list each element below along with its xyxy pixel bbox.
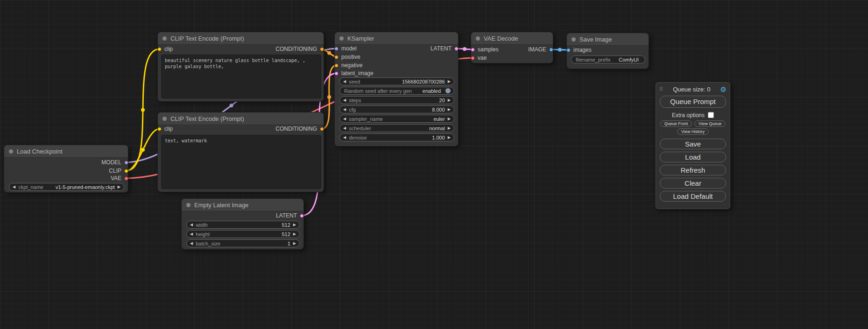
load-button[interactable]: Load	[660, 152, 726, 162]
settings-gear-icon[interactable]: ⚙	[720, 86, 727, 93]
wire-midpoint-dot	[141, 108, 145, 112]
arrow-left-icon[interactable]: ◀	[190, 232, 193, 236]
arrow-left-icon[interactable]: ◀	[343, 117, 346, 121]
wire-midpoint-dot	[463, 47, 466, 51]
scheduler-widget[interactable]: ◀ scheduler normal ▶	[339, 124, 454, 132]
vae-input-dot[interactable]	[471, 56, 475, 60]
collapse-dot-icon[interactable]	[476, 36, 480, 41]
clip-text-encode-negative-node[interactable]: CLIP Text Encode (Prompt) clip CONDITION…	[157, 112, 324, 192]
negative-input-dot[interactable]	[334, 63, 339, 68]
node-title-bar[interactable]: CLIP Text Encode (Prompt)	[158, 112, 324, 125]
random-seed-toggle-widget[interactable]: Random seed after every gen enabled	[339, 87, 454, 95]
node-title: Load Checkpoint	[17, 148, 63, 155]
filename-prefix-widget[interactable]: filename_prefix ComfyUI	[571, 56, 645, 63]
arrow-right-icon[interactable]: ▶	[448, 136, 451, 140]
collapse-dot-icon[interactable]	[339, 36, 344, 41]
batch-size-widget[interactable]: ◀ batch_size 1 ▶	[186, 239, 300, 247]
arrow-left-icon[interactable]: ◀	[343, 98, 346, 102]
load-checkpoint-node[interactable]: Load Checkpoint MODEL CLIP VAE ◀ ckpt_na…	[4, 145, 128, 193]
steps-widget[interactable]: ◀ steps 20 ▶	[339, 96, 454, 104]
load-default-button[interactable]: Load Default	[660, 191, 726, 202]
conditioning-output-dot[interactable]	[320, 47, 324, 51]
widget-label: ckpt_name	[18, 184, 43, 190]
clip-output-dot[interactable]	[124, 169, 128, 173]
arrow-left-icon[interactable]: ◀	[190, 223, 193, 227]
cfg-widget[interactable]: ◀ cfg 8.000 ▶	[339, 105, 454, 113]
arrow-left-icon[interactable]: ◀	[343, 126, 346, 130]
width-widget[interactable]: ◀ width 512 ▶	[186, 221, 300, 229]
wire-midpoint-dot	[141, 148, 145, 152]
latent-image-input-dot[interactable]	[334, 71, 339, 76]
refresh-button[interactable]: Refresh	[660, 165, 726, 175]
latent-output-dot[interactable]	[300, 214, 304, 218]
node-title-bar[interactable]: Load Checkpoint	[4, 145, 128, 158]
clip-input-dot[interactable]	[157, 47, 162, 51]
vae-decode-node[interactable]: VAE Decode samples vae IMAGE	[471, 32, 553, 63]
extra-options-checkbox[interactable]	[708, 112, 714, 118]
vae-output-dot[interactable]	[124, 176, 128, 181]
arrow-right-icon[interactable]: ▶	[293, 232, 296, 236]
collapse-dot-icon[interactable]	[572, 37, 576, 42]
arrow-right-icon[interactable]: ▶	[448, 126, 451, 130]
ksampler-node[interactable]: KSampler model positive negative latent_…	[334, 32, 459, 147]
height-widget[interactable]: ◀ height 512 ▶	[186, 230, 300, 238]
images-input-dot[interactable]	[566, 48, 571, 52]
arrow-right-icon[interactable]: ▶	[293, 242, 296, 245]
drag-handle-icon[interactable]: ⠿	[659, 86, 663, 92]
queue-front-button[interactable]: Queue Front	[660, 120, 692, 127]
arrow-right-icon[interactable]: ▶	[448, 108, 451, 112]
sampler-name-widget[interactable]: ◀ sampler_name euler ▶	[339, 115, 454, 123]
collapse-dot-icon[interactable]	[186, 203, 191, 207]
view-queue-button[interactable]: View Queue	[694, 120, 726, 127]
collapse-dot-icon[interactable]	[162, 36, 167, 41]
widget-value: 1	[288, 241, 290, 246]
vae-input-label: vae	[478, 55, 487, 61]
positive-input-dot[interactable]	[334, 55, 339, 59]
widget-value: v1-5-pruned-emaonly.ckpt	[56, 184, 115, 190]
model-input-dot[interactable]	[334, 47, 339, 51]
clip-text-encode-positive-node[interactable]: CLIP Text Encode (Prompt) clip CONDITION…	[157, 32, 324, 102]
latent-image-input-label: latent_image	[341, 70, 374, 77]
queue-prompt-button[interactable]: Queue Prompt	[660, 96, 726, 108]
empty-latent-image-node[interactable]: Empty Latent Image LATENT ◀ width 512 ▶ …	[181, 198, 304, 250]
conditioning-output-dot[interactable]	[320, 127, 324, 131]
clear-button[interactable]: Clear	[660, 178, 726, 189]
collapse-dot-icon[interactable]	[162, 117, 167, 121]
arrow-left-icon[interactable]: ◀	[343, 136, 346, 140]
ckpt-name-widget[interactable]: ◀ ckpt_name v1-5-pruned-emaonly.ckpt ▶	[9, 183, 124, 191]
view-history-button[interactable]: View History	[677, 128, 709, 135]
clip-input-dot[interactable]	[157, 127, 162, 131]
arrow-right-icon[interactable]: ▶	[448, 98, 451, 102]
positive-prompt-textarea[interactable]: beautiful scenery nature glass bottle la…	[161, 55, 321, 98]
image-output-dot[interactable]	[549, 48, 553, 52]
model-output-dot[interactable]	[124, 161, 128, 165]
arrow-left-icon[interactable]: ◀	[13, 185, 15, 189]
node-title-bar[interactable]: CLIP Text Encode (Prompt)	[158, 32, 324, 45]
node-title-bar[interactable]: KSampler	[335, 32, 458, 45]
widget-value: enabled	[423, 88, 441, 94]
queue-menu-panel: ⠿ Queue size: 0 ⚙ Queue Prompt Extra opt…	[656, 82, 730, 209]
arrow-right-icon[interactable]: ▶	[448, 117, 451, 121]
seed-widget[interactable]: ◀ seed 156680208700286 ▶	[339, 77, 454, 85]
arrow-right-icon[interactable]: ▶	[448, 80, 451, 84]
arrow-left-icon[interactable]: ◀	[343, 108, 346, 112]
save-image-node[interactable]: Save Image images filename_prefix ComfyU…	[566, 33, 649, 69]
widget-label: denoise	[349, 135, 367, 140]
denoise-widget[interactable]: ◀ denoise 1.000 ▶	[339, 133, 454, 141]
toggle-on-icon[interactable]	[445, 88, 451, 93]
latent-output-dot[interactable]	[454, 47, 459, 51]
queue-panel-header: ⠿ Queue size: 0 ⚙	[656, 84, 730, 94]
arrow-left-icon[interactable]: ◀	[343, 80, 346, 84]
arrow-right-icon[interactable]: ▶	[118, 185, 120, 189]
queue-size-label: Queue size: 0	[663, 86, 720, 93]
collapse-dot-icon[interactable]	[9, 149, 13, 154]
node-title-bar[interactable]: Empty Latent Image	[182, 199, 303, 211]
samples-input-dot[interactable]	[471, 48, 475, 52]
arrow-right-icon[interactable]: ▶	[293, 223, 296, 227]
node-title-bar[interactable]: Save Image	[567, 33, 649, 46]
negative-prompt-textarea[interactable]: text, watermark	[161, 135, 321, 189]
node-title-bar[interactable]: VAE Decode	[471, 32, 553, 45]
save-button[interactable]: Save	[660, 139, 726, 149]
widget-value: 20	[439, 98, 445, 103]
arrow-left-icon[interactable]: ◀	[190, 242, 193, 245]
